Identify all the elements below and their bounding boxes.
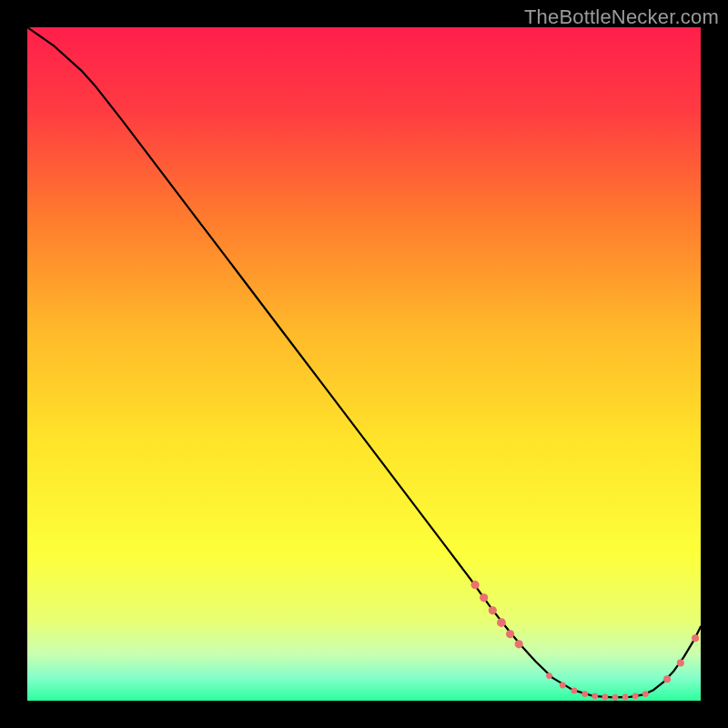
marker-m11 (592, 693, 598, 699)
marker-m1 (471, 581, 480, 589)
marker-m12 (602, 694, 609, 701)
marker-m18 (677, 660, 684, 667)
marker-m4 (497, 618, 506, 627)
marker-m8 (560, 682, 566, 689)
watermark-text: TheBottleNecker.com (524, 5, 719, 29)
marker-m13 (612, 694, 619, 701)
marker-m3 (489, 606, 497, 614)
marker-m9 (571, 688, 577, 694)
marker-m14 (622, 694, 629, 701)
marker-m17 (663, 675, 671, 682)
chart-plot (27, 27, 701, 701)
marker-m6 (515, 640, 523, 648)
chart-stage: TheBottleNecker.com (0, 0, 728, 728)
marker-m5 (506, 630, 514, 638)
marker-m19 (692, 634, 699, 642)
marker-m16 (642, 691, 649, 697)
marker-m7 (546, 672, 552, 679)
marker-m10 (581, 691, 588, 697)
marker-m15 (632, 693, 639, 699)
marker-m2 (480, 593, 488, 602)
